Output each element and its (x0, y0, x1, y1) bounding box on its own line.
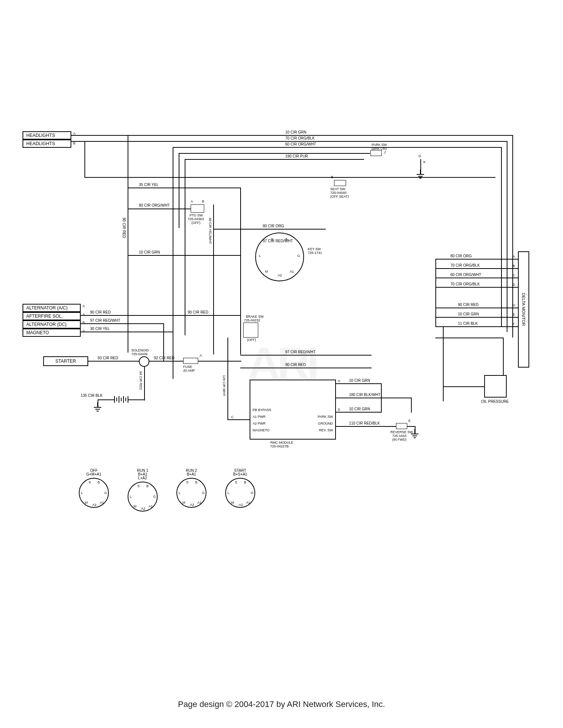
headlights-a-label: HEADLIGHTS (26, 133, 55, 138)
fuse-amp: 20 AMP (183, 369, 195, 372)
term-e: E (408, 419, 411, 423)
key-start-combo: B+S+A1 (225, 473, 255, 476)
key-start-circle: SB LG MA1 A2 (225, 478, 255, 508)
fuse-name: FUSE (183, 365, 192, 369)
key-pin-l: L (259, 254, 261, 258)
terminal-a3: A (191, 200, 193, 203)
wire-60-orgwht: 60 CIR ORG/WHT (285, 143, 316, 146)
terminal-g: G (418, 155, 421, 158)
wire-35-yel: 35 CIR YEL (139, 183, 159, 187)
wire-10-grn-top: 10 CIR GRN (285, 131, 306, 134)
solenoid-name: SOLENOID (131, 349, 149, 352)
park-sw-name: PARK SW (372, 143, 387, 147)
wire-70-orgblk: 70 CIR ORG/BLK (285, 137, 315, 140)
wire-30-yel: 30 CIR YEL (90, 327, 110, 331)
afterfire-sol-box: AFTERFIRE SOL. (23, 312, 81, 320)
starter-box: STARTER (43, 356, 88, 366)
wire-97-redwht: 97 CIR RED/WHT (263, 239, 293, 243)
wire-70-orgblk-r: 70 CIR ORG/BLK (450, 264, 480, 267)
key-position-legend: OFF G+M+A1 SB LG MA1 A2 RUN 1 B+A1 L+A2 … (79, 469, 255, 512)
brake-sw-state: (OFF) (247, 338, 256, 342)
wire-11-blk-r: 11 CIR BLK (458, 322, 478, 326)
wire-180-blkwht: 180 CIR BLK/WHT (349, 393, 381, 397)
headlights-b-label: HEADLIGHTS (26, 141, 55, 146)
magneto-label: MAGNETO (26, 330, 49, 335)
wire-90-red-a: 90 CIR RED (90, 311, 111, 314)
park-sw-state: (BRK ON) (372, 147, 387, 150)
seat-sw-name: SEAT SW (330, 188, 345, 191)
wire-90-red-vert: 90 CIR RED (122, 218, 126, 238)
key-sw-part: 725-1741 (308, 251, 322, 255)
wire-94-red: 94 CIR RED (139, 371, 142, 390)
rmc-pb-bypass: PB BYPASS (253, 408, 271, 412)
wire-97-redwht-b: 97 CIR RED/WHT (90, 319, 120, 323)
wire-110-redblk: 110 CIR RED/BLK (349, 422, 380, 425)
wire-80-orgwht: 80 CIR ORG/WHT (139, 204, 170, 207)
rmc-rev-sw: REV. SW (319, 428, 333, 432)
key-run1-circle: SB LG MA1 A2 (128, 482, 158, 512)
wire-90-red-c: 90 CIR RED (285, 363, 306, 367)
wire-80-org: 80 CIR ORG (263, 224, 284, 228)
magneto-box: MAGNETO (23, 329, 81, 337)
solenoid-symbol (139, 356, 149, 367)
wire-90-red-b: 90 CIR RED (188, 311, 208, 314)
pto-sw-symbol (191, 204, 204, 213)
brake-sw-symbol (243, 323, 258, 338)
pto-sw-part: 725-04363 (188, 218, 204, 221)
delta-d: D (513, 283, 515, 287)
wire-92-red: 92 CIR RED (154, 356, 175, 360)
headlights-b-box: HEADLIGHTS (23, 140, 71, 148)
wire-60-orgwht-r: 60 CIR ORG/WHT (450, 273, 481, 277)
reverse-sw-state: (IN FWD) (392, 438, 406, 441)
wiring-diagram: ARI HEADLIGHTS HEADLIGHTS A B 10 CIR GRN… (23, 113, 540, 529)
fuse-symbol (183, 358, 198, 364)
wire-10-grn-mid: 10 CIR GRN (139, 251, 160, 254)
headlights-a-box: HEADLIGHTS (23, 131, 71, 140)
seat-sw-state: (OFF SEAT) (330, 195, 349, 198)
brake-sw-part: 725-04232 (244, 319, 260, 322)
wire-93-red: 93 CIR RED (98, 356, 118, 360)
key-run1-combo: B+A1 L+A2 (128, 473, 158, 480)
pto-sw-name: PTO SW (190, 214, 203, 217)
rmc-ground: GROUND (318, 422, 333, 425)
key-sw-name: KEY SW (308, 248, 321, 251)
key-off-circle: SB LG MA1 A2 (79, 478, 109, 508)
wire-135-blk: 135 CIR BLK (81, 394, 102, 398)
rmc-module-box: PB BYPASS A1 PWRPARK SW A2 PWRGROUND MAG… (250, 380, 336, 440)
terminal-b3: B (202, 200, 204, 203)
starter-label: STARTER (56, 359, 76, 364)
terminal-k: K (423, 161, 426, 164)
term-fuse-a: A (200, 354, 202, 357)
ground-icon-3 (411, 434, 418, 441)
key-pin-g: G (297, 254, 300, 258)
delta-b: B (513, 264, 515, 268)
delta-e: E (513, 313, 515, 317)
rmc-park-sw: PARK SW (318, 415, 333, 419)
key-pin-m: M (265, 270, 268, 273)
rmc-module-name: RMC MODULE (270, 441, 294, 444)
alternator-dc-box: ALTERNATOR (DC) (23, 320, 81, 329)
delta-c: C (513, 274, 515, 277)
rmc-module-part: 725-04227B (270, 445, 289, 448)
delta-h: H (513, 304, 515, 307)
alternator-ac-label: ALTERNATOR (A/C) (26, 305, 68, 311)
key-run2-circle: SB LG MA1 A2 (176, 478, 206, 508)
term-d: D (338, 408, 340, 411)
seat-sw-part: 725-04040 (330, 191, 346, 195)
delta-a: A (513, 255, 515, 258)
terminal-b2: B (331, 176, 333, 179)
terminal-b: B (73, 142, 75, 145)
afterfire-sol-label: AFTERFIRE SOL. (26, 314, 63, 319)
key-pin-a2: A2 (278, 274, 282, 277)
rmc-magneto: MAGNETO (253, 428, 269, 432)
terminal-a: A (73, 132, 75, 135)
footer-copyright: Page design © 2004-2017 by ARI Network S… (0, 699, 563, 709)
wire-190-pur: 190 CIR PUR (285, 155, 308, 158)
brake-sw-name: BRAKE SW (246, 315, 264, 318)
wire-90-red-r: 90 CIR RED (458, 303, 479, 307)
rmc-a1-pwr: A1 PWR (253, 415, 266, 419)
wire-10-grn-h: 10 CIR GRN (349, 379, 370, 383)
solenoid-part: 725-04439 (131, 353, 148, 356)
alternator-dc-label: ALTERNATOR (DC) (26, 322, 66, 327)
rmc-a2-pwr: A2 PWR (253, 422, 266, 425)
